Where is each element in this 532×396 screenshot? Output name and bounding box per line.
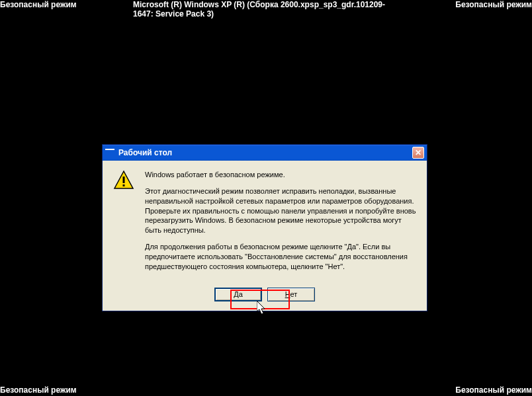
close-icon: ✕ [415,149,421,157]
safe-mode-bottom-row: Безопасный режим Безопасный режим [0,385,532,395]
no-button-rest: ет [290,290,298,298]
dialog-title: Рабочий стол [118,148,172,157]
safe-mode-top-left: Безопасный режим [0,0,77,9]
no-button[interactable]: Нет [267,288,315,301]
system-info: Microsoft (R) Windows XP (R) (Сборка 260… [133,0,399,19]
yes-button[interactable]: Да [214,288,262,301]
safe-mode-top-row: Безопасный режим Microsoft (R) Windows X… [0,0,532,9]
safe-mode-bottom-right: Безопасный режим [455,385,532,395]
dialog-body: Windows работает в безопасном режиме. Эт… [103,161,427,285]
svg-rect-2 [123,184,125,186]
dialog-paragraph-2: Этот диагностический режим позволяет исп… [145,186,416,235]
dialog-paragraph-3: Для продолжения работы в безопасном режи… [145,242,416,272]
desktop-icon [105,149,114,157]
no-button-mnemonic: Н [285,290,290,298]
yes-button-mnemonic: Д [234,290,238,298]
safe-mode-bottom-left: Безопасный режим [0,385,77,395]
dialog-message: Windows работает в безопасном режиме. Эт… [145,170,416,278]
dialog-button-row: Да Нет [103,285,427,311]
close-button[interactable]: ✕ [412,147,424,159]
dialog-paragraph-1: Windows работает в безопасном режиме. [145,170,416,180]
svg-rect-1 [123,177,125,183]
safe-mode-dialog: Рабочий стол ✕ Windows работает в безопа… [102,144,427,311]
warning-icon [113,170,134,191]
dialog-titlebar[interactable]: Рабочий стол ✕ [103,145,427,161]
safe-mode-top-right: Безопасный режим [455,0,532,9]
yes-button-rest: а [239,290,243,298]
